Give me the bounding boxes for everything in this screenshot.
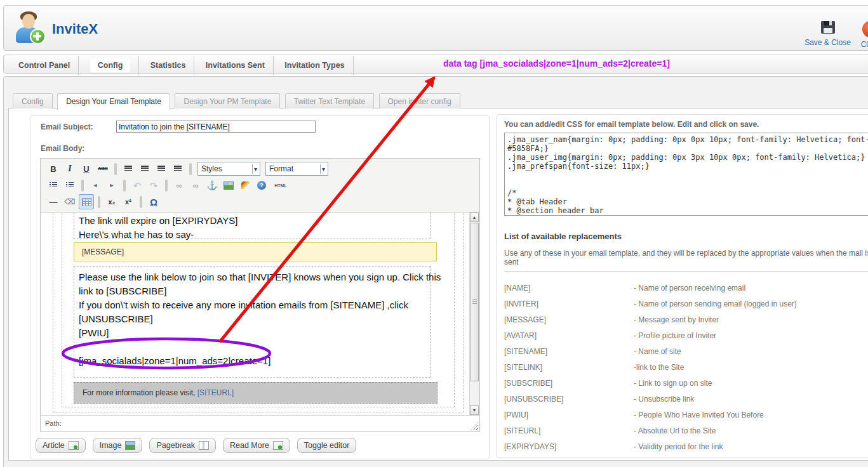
replacement-desc: - Unsubscribe link: [634, 395, 694, 404]
nav-invitation-types[interactable]: Invitation Types: [276, 56, 353, 75]
replacement-row: [PWIU] - People Who Have Invited You Bef…: [504, 407, 868, 423]
html-icon[interactable]: HTML: [270, 178, 291, 193]
replacement-row: [MESSAGE] - Message sent by Inviter: [504, 312, 868, 327]
subtab-strip: Config Design Your Email Template Design…: [13, 93, 462, 109]
superscript-icon[interactable]: x²: [121, 194, 136, 209]
insert-button[interactable]: Article: [36, 438, 86, 453]
bullet-list-icon[interactable]: [46, 178, 61, 193]
message-placeholder-box: [MESSAGE]: [74, 242, 437, 261]
insert-button[interactable]: Read More: [223, 438, 290, 453]
email-subject-label: Email Subject:: [41, 122, 93, 131]
nav-config[interactable]: Config: [82, 56, 140, 75]
main-nav-bar: Control Panel Config Statistics Invitati…: [3, 55, 868, 74]
insert-button[interactable]: Toggle editor: [297, 438, 357, 453]
styles-select[interactable]: Styles: [197, 162, 260, 176]
resize-grip-icon[interactable]: [471, 423, 478, 430]
page-title: InviteX: [52, 21, 98, 37]
replacements-description: Use any of these in your email template,…: [504, 249, 868, 266]
email-footer-block: For more information please visit, [SITE…: [74, 382, 437, 404]
editor-text-line: Please use the link below to join so tha…: [79, 270, 430, 284]
underline-icon[interactable]: U: [79, 161, 94, 176]
data-tag-annotation-text: data tag [jma_socialads|zone=1|num_ads=2…: [443, 58, 670, 69]
scrollbar-thumb[interactable]: [470, 223, 479, 381]
insert-button[interactable]: Image: [93, 438, 143, 453]
floppy-disk-icon: [821, 21, 835, 34]
remove-format-icon[interactable]: ⌫: [62, 194, 77, 209]
css-help-text: You can add/edit CSS for email template …: [504, 120, 868, 129]
tab-config[interactable]: Config: [13, 93, 53, 109]
link-icon[interactable]: ∞: [171, 178, 187, 193]
replacement-row: [SUBSCRIBE] - Link to sign up on site: [504, 375, 868, 391]
italic-icon[interactable]: I: [62, 161, 77, 176]
replacement-desc: - Profile picture of Inviter: [634, 331, 716, 340]
image-btn-icon: [125, 441, 135, 450]
strikethrough-icon[interactable]: ABC: [95, 161, 110, 176]
tab-open-inviter-config[interactable]: Open inviter config: [379, 93, 460, 109]
readmore-icon: [273, 441, 283, 450]
unlink-icon[interactable]: ∞: [188, 178, 203, 193]
replacement-desc: - Name of site: [634, 347, 681, 356]
editor-text-line: Here\'s what he has to say-: [79, 228, 430, 242]
anchor-icon[interactable]: ⚓: [204, 178, 220, 193]
scroll-down-icon[interactable]: ▼: [470, 405, 479, 415]
format-select[interactable]: Format: [265, 162, 328, 176]
replacement-tag: [SITENAME]: [504, 347, 634, 356]
align-right-icon[interactable]: [154, 161, 169, 176]
outdent-icon[interactable]: ◄: [88, 178, 103, 193]
table-icon[interactable]: [79, 194, 94, 209]
replacement-row: [NAME] - Name of person receiving email: [504, 280, 868, 296]
tab-design-pm-template[interactable]: Design Your PM Template: [175, 93, 280, 109]
close-x-icon: ✕: [862, 21, 868, 37]
replacement-tag: [INVITER]: [504, 299, 634, 308]
help-icon[interactable]: ?: [254, 178, 269, 193]
editor-text-line: link to [SUBSCRIBE]: [79, 284, 430, 298]
main-container: Config Design Your Email Template Design…: [3, 76, 868, 467]
replacement-desc: - Name of person sending email (logged i…: [634, 299, 797, 308]
paragraph-block-top: The link will expire on [EXPIRYDAYS]Here…: [74, 213, 431, 239]
editor-scrollbar[interactable]: ▲ ▼: [469, 213, 479, 415]
align-left-icon[interactable]: [121, 161, 136, 176]
tab-content-panel: Email Subject: Email Body: BIUABCStylesF…: [8, 108, 868, 461]
image-icon[interactable]: [221, 178, 236, 193]
tab-design-email-template[interactable]: Design Your Email Template: [57, 93, 170, 110]
editor-content-area[interactable]: The link will expire on [EXPIRYDAYS]Here…: [41, 213, 479, 415]
numbered-list-icon[interactable]: [62, 178, 77, 193]
replacement-tag: [SITELINK]: [504, 363, 634, 372]
css-textarea[interactable]: .jma_user_nam{margin: 0px; padding: 0px …: [504, 133, 868, 216]
scroll-up-icon[interactable]: ▲: [470, 213, 479, 222]
replacement-desc: - Message sent by Inviter: [634, 315, 719, 324]
article-icon: [69, 441, 79, 450]
socialads-data-tag-line: [jma_socialads|zone=1|num_ads=2|create=1…: [79, 354, 430, 368]
replacement-desc: - Link to sign up on site: [634, 379, 712, 388]
paragraph-block-main: Please use the link below to join so tha…: [74, 266, 431, 378]
replacement-desc: - Name of person receiving email: [634, 284, 745, 293]
siteurl-link[interactable]: [SITEURL]: [197, 388, 234, 397]
insert-button[interactable]: Pagebreak: [149, 438, 215, 453]
editor-text-line: [UNSUBSCRIBE]: [79, 312, 430, 326]
replacement-tag: [SITEURL]: [504, 426, 634, 435]
indent-icon[interactable]: ►: [104, 178, 119, 193]
replacement-row: [EXPIRYDAYS] - Validity period for the l…: [504, 438, 868, 454]
bold-icon[interactable]: B: [46, 161, 61, 176]
replacement-row: [INVITER] - Name of person sending email…: [504, 296, 868, 312]
replacement-desc: - People Who Have Invited You Before: [634, 411, 764, 419]
align-justify-icon[interactable]: [170, 161, 185, 176]
subscript-icon[interactable]: x₂: [104, 194, 119, 209]
nav-invitations-sent[interactable]: Invitations Sent: [197, 56, 274, 75]
email-subject-input[interactable]: [116, 121, 316, 133]
editor-toolbar: BIUABCStylesFormat ◄►↶↷∞∞⚓?HTML —⌫x₂x²Ω: [41, 159, 479, 213]
nav-statistics[interactable]: Statistics: [142, 56, 195, 75]
replacement-tag: [PWIU]: [504, 411, 634, 419]
cleanup-icon[interactable]: [237, 178, 253, 193]
align-center-icon[interactable]: [137, 161, 152, 176]
hr-icon[interactable]: —: [46, 194, 61, 209]
omega-icon[interactable]: Ω: [146, 194, 161, 209]
redo-icon[interactable]: ↷: [146, 178, 161, 193]
tab-twitter-text-template[interactable]: Twitter Text Template: [285, 93, 374, 109]
replacement-desc: -link to the Site: [634, 363, 684, 372]
toolbar-row-1: BIUABCStylesFormat: [45, 161, 479, 177]
close-button[interactable]: ✕ Close: [848, 21, 868, 49]
nav-control-panel[interactable]: Control Panel: [10, 56, 79, 75]
undo-icon[interactable]: ↶: [130, 178, 145, 193]
editor-text-line: [79, 340, 430, 354]
